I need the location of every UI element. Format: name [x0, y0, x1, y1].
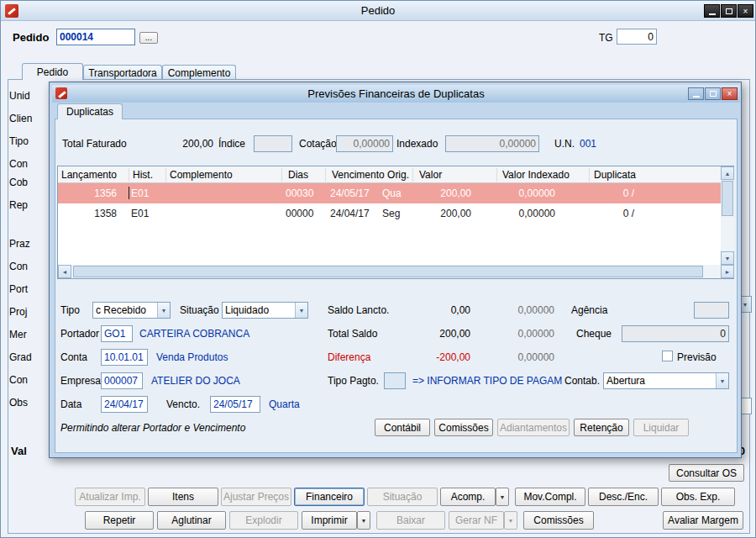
ajustar-precos-button[interactable]: Ajustar Preços [221, 488, 291, 506]
chevron-left-icon: ◄ [62, 269, 68, 275]
repetir-button[interactable]: Repetir [85, 511, 154, 530]
cotacao-label: Cotação [299, 138, 337, 150]
maximize-icon [726, 8, 732, 14]
adiantamentos-button[interactable]: Adiantamentos [497, 419, 570, 436]
tipo-combo[interactable]: c Recebido ▼ [92, 302, 171, 319]
cotacao-input[interactable]: 0,00000 [336, 135, 393, 152]
acomp-button[interactable]: Acomp. [440, 488, 496, 506]
conta-label: Conta [60, 351, 87, 363]
cell-hist: E01 [131, 183, 165, 203]
tab-transportadora[interactable]: Transportadora [83, 65, 162, 80]
gerar-nf-dropdown-button[interactable]: ▼ [504, 511, 517, 530]
gerar-nf-button[interactable]: Gerar NF [449, 511, 504, 530]
dialog-title: Previsões Financeiras de Duplicatas [52, 85, 740, 103]
mov-compl-button[interactable]: Mov.Compl. [515, 488, 585, 506]
atualizar-imp-button[interactable]: Atualizar Imp. [75, 488, 145, 506]
cheque-input[interactable]: 0 [622, 325, 729, 342]
aglutinar-button[interactable]: Aglutinar [157, 511, 226, 530]
pedido-input[interactable]: 000014 [56, 29, 135, 45]
situacao-label: Situação [180, 304, 219, 316]
dialog-close-button[interactable]: × [722, 87, 738, 100]
chevron-down-icon: ▼ [361, 518, 367, 524]
portador-descricao: CARTEIRA COBRANCA [139, 328, 249, 340]
scroll-up-button[interactable]: ▲ [721, 166, 734, 180]
tab-pedido[interactable]: Pedido [22, 63, 83, 80]
acomp-dropdown-button[interactable]: ▼ [496, 488, 509, 506]
comissoes-footer-button[interactable]: Comissões [523, 511, 594, 530]
tipo-pagto-input[interactable] [384, 372, 406, 389]
field-label-cobranca: Cob [9, 177, 28, 188]
cell-vencimento: 24/04/17 [330, 203, 379, 224]
empresa-input[interactable]: 000007 [101, 372, 143, 389]
financeiro-button[interactable]: Financeiro [294, 488, 365, 506]
agencia-label: Agência [571, 304, 607, 316]
situacao-button[interactable]: Situação [367, 488, 438, 506]
field-label-tipo: Tipo [9, 135, 29, 147]
dialog-maximize-button[interactable] [705, 87, 721, 100]
field-label-condicao2: Con [9, 261, 28, 272]
field-label-cliente: Clien [9, 113, 32, 124]
col-vencimento-orig: Vencimento Orig. [332, 169, 409, 181]
pedido-lookup-button[interactable]: ... [139, 32, 158, 44]
vencto-input[interactable]: 24/05/17 [210, 396, 260, 413]
table-row[interactable]: 1356 E01 00030 24/05/17 Qua 200,00 0,000… [58, 183, 721, 203]
empresa-label: Empresa [60, 375, 101, 387]
portador-input[interactable]: GO1 [101, 325, 133, 342]
vertical-scrollbar-thumb[interactable] [722, 181, 733, 216]
scroll-down-button[interactable]: ▼ [721, 251, 734, 265]
indice-input[interactable] [254, 135, 292, 152]
explodir-button[interactable]: Explodir [229, 511, 298, 530]
indexado-input[interactable]: 0,00000 [445, 135, 539, 152]
data-input[interactable]: 24/04/17 [101, 396, 148, 413]
total-saldo-value: 200,00 [402, 328, 470, 340]
cell-complemento [170, 203, 279, 224]
retencao-button[interactable]: Retenção [574, 419, 629, 436]
tab-duplicatas[interactable]: Duplicatas [57, 103, 123, 119]
contab-combo[interactable]: Abertura ▼ [603, 372, 729, 389]
obs-exp-button[interactable]: Obs. Exp. [661, 488, 735, 506]
horizontal-scrollbar-thumb[interactable] [73, 266, 703, 277]
field-label-mercado: Mer [9, 329, 27, 340]
imprimir-dropdown-button[interactable]: ▼ [357, 511, 370, 530]
close-button[interactable]: × [738, 4, 753, 18]
consultar-os-button[interactable]: Consultar OS [669, 464, 744, 482]
scroll-right-button[interactable]: ► [721, 265, 734, 278]
cell-lancamento: 1356 [58, 183, 117, 203]
empresa-descricao: ATELIER DO JOCA [151, 375, 240, 387]
main-titlebar: Pedido × [1, 1, 755, 21]
field-label-condicao: Con [9, 158, 28, 170]
field-label-valor: Val [11, 445, 27, 457]
tg-input[interactable]: 0 [617, 29, 657, 45]
maximize-button[interactable] [721, 4, 737, 18]
desc-enc-button[interactable]: Desc./Enc. [588, 488, 659, 506]
previsao-checkbox[interactable] [662, 351, 673, 361]
chevron-right-icon: ► [725, 269, 731, 275]
chevron-down-icon: ▼ [295, 303, 307, 318]
chevron-up-icon: ▲ [725, 171, 731, 177]
minimize-button[interactable] [704, 4, 720, 18]
liquidar-button[interactable]: Liquidar [633, 419, 689, 436]
avaliar-margem-button[interactable]: Avaliar Margem [663, 511, 743, 530]
imprimir-button[interactable]: Imprimir [302, 511, 357, 530]
itens-button[interactable]: Itens [148, 488, 218, 506]
tipo-pagto-label: Tipo Pagto. [328, 375, 379, 387]
contabil-button[interactable]: Contábil [375, 419, 430, 436]
cell-vencimento: 24/05/17 [330, 183, 379, 203]
dialog-minimize-button[interactable] [688, 87, 704, 100]
situacao-combo[interactable]: Liquidado ▼ [222, 302, 308, 319]
contab-combo-value: Abertura [604, 375, 716, 387]
col-dias: Dias [288, 169, 308, 181]
tab-complemento[interactable]: Complemento [162, 65, 236, 80]
indice-label: Índice [218, 138, 245, 150]
vencto-label: Vencto. [166, 398, 200, 410]
conta-input[interactable]: 10.01.01 [101, 349, 148, 366]
chevron-down-icon: ▼ [725, 256, 731, 261]
total-faturado-value: 200,00 [129, 138, 213, 150]
agencia-input[interactable] [694, 302, 729, 319]
comissoes-button[interactable]: Comissões [434, 419, 493, 436]
close-icon: × [727, 89, 732, 98]
pedido-label: Pedido [13, 31, 49, 44]
scroll-left-button[interactable]: ◄ [58, 265, 71, 278]
baixar-button[interactable]: Baixar [376, 511, 445, 530]
table-row[interactable]: 1358 E01 00000 24/04/17 Seg 200,00 0,000… [58, 203, 721, 224]
